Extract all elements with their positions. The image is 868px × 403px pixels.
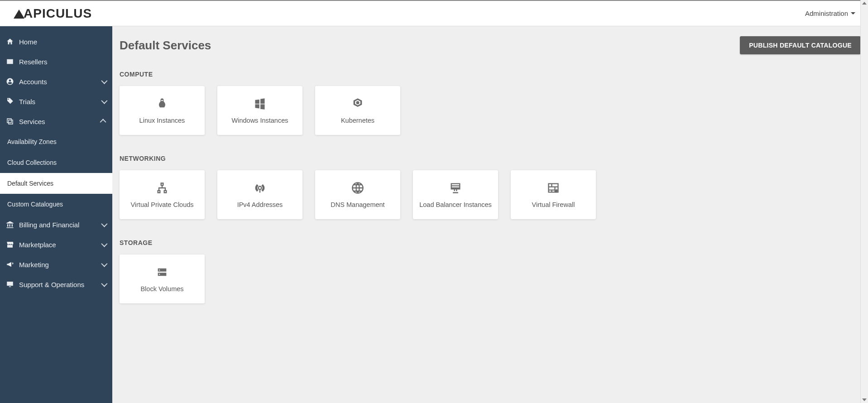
scrollbar[interactable] bbox=[860, 0, 868, 403]
section-label-compute: COMPUTE bbox=[120, 71, 861, 78]
load-balancer-icon bbox=[449, 181, 462, 195]
section-label-networking: NETWORKING bbox=[120, 155, 861, 162]
sidebar-item-label: Resellers bbox=[19, 58, 48, 66]
publish-default-catalogue-button[interactable]: PUBLISH DEFAULT CATALOGUE bbox=[740, 36, 861, 54]
sidebar-item-label: Marketplace bbox=[19, 241, 56, 249]
home-icon bbox=[5, 37, 14, 46]
user-circle-icon bbox=[5, 77, 14, 86]
sidebar-item-billing[interactable]: Billing and Financial bbox=[0, 215, 112, 235]
card-label: Virtual Firewall bbox=[532, 201, 575, 208]
card-label: DNS Management bbox=[331, 201, 384, 208]
layers-icon bbox=[5, 117, 14, 126]
chevron-down-icon bbox=[101, 221, 107, 227]
administration-menu[interactable]: Administration bbox=[805, 10, 855, 17]
card-label: Load Balancer Instances bbox=[419, 201, 492, 208]
sidebar-item-label: Accounts bbox=[19, 78, 47, 86]
sidebar-item-marketplace[interactable]: Marketplace bbox=[0, 235, 112, 254]
sidebar-item-label: Marketing bbox=[19, 261, 49, 269]
sidebar-item-label: Services bbox=[19, 118, 45, 125]
card-windows-instances[interactable]: Windows Instances bbox=[217, 86, 302, 135]
sidebar: Home Resellers Accounts Trials bbox=[0, 26, 112, 403]
chevron-down-icon bbox=[101, 78, 107, 84]
sidebar-item-home[interactable]: Home bbox=[0, 32, 112, 52]
sidebar-item-label: Availability Zones bbox=[7, 138, 57, 145]
broadcast-icon bbox=[253, 181, 267, 195]
card-block-volumes[interactable]: Block Volumes bbox=[120, 254, 205, 303]
section-label-storage: STORAGE bbox=[120, 239, 861, 246]
card-virtual-firewall[interactable]: Virtual Firewall bbox=[511, 170, 596, 219]
linux-icon bbox=[155, 97, 169, 110]
sidebar-item-availability-zones[interactable]: Availability Zones bbox=[0, 131, 112, 152]
card-load-balancer[interactable]: Load Balancer Instances bbox=[413, 170, 498, 219]
svg-point-1 bbox=[159, 274, 160, 275]
chevron-down-icon bbox=[101, 241, 107, 247]
sidebar-item-label: Trials bbox=[19, 98, 35, 106]
bank-icon bbox=[5, 220, 14, 229]
sidebar-item-marketing[interactable]: Marketing bbox=[0, 254, 112, 274]
card-label: Virtual Private Clouds bbox=[130, 201, 193, 208]
brand-text: APICULUS bbox=[24, 6, 92, 21]
sidebar-item-support[interactable]: Support & Operations bbox=[0, 274, 112, 294]
firewall-icon bbox=[547, 181, 560, 195]
card-label: Block Volumes bbox=[140, 285, 183, 293]
card-label: IPv4 Addresses bbox=[237, 201, 283, 208]
network-icon bbox=[155, 181, 169, 195]
sidebar-item-label: Billing and Financial bbox=[19, 221, 79, 229]
chevron-down-icon bbox=[101, 261, 107, 267]
kubernetes-icon bbox=[351, 97, 364, 110]
main-content: Default Services PUBLISH DEFAULT CATALOG… bbox=[112, 26, 868, 403]
sidebar-item-resellers[interactable]: Resellers bbox=[0, 52, 112, 72]
networking-cards: Virtual Private Clouds IPv4 Addresses DN… bbox=[120, 170, 861, 219]
sidebar-item-accounts[interactable]: Accounts bbox=[0, 72, 112, 91]
card-label: Kubernetes bbox=[341, 117, 374, 124]
sidebar-item-trials[interactable]: Trials bbox=[0, 91, 112, 111]
topbar: APICULUS Administration bbox=[0, 0, 868, 26]
card-vpc[interactable]: Virtual Private Clouds bbox=[120, 170, 205, 219]
monitor-icon bbox=[5, 280, 14, 289]
chevron-down-icon bbox=[101, 98, 107, 104]
id-card-icon bbox=[5, 57, 14, 66]
compute-cards: Linux Instances Windows Instances Kubern… bbox=[120, 86, 861, 135]
card-dns[interactable]: DNS Management bbox=[315, 170, 400, 219]
sidebar-item-cloud-collections[interactable]: Cloud Collections bbox=[0, 152, 112, 173]
card-linux-instances[interactable]: Linux Instances bbox=[120, 86, 205, 135]
storage-icon bbox=[155, 265, 169, 279]
megaphone-icon bbox=[5, 260, 14, 269]
store-icon bbox=[5, 240, 14, 249]
chevron-down-icon bbox=[851, 12, 855, 14]
sidebar-item-label: Custom Catalogues bbox=[7, 201, 63, 208]
windows-icon bbox=[253, 97, 267, 110]
administration-label: Administration bbox=[805, 10, 848, 17]
brand-logo: APICULUS bbox=[14, 6, 92, 21]
sidebar-item-label: Home bbox=[19, 38, 37, 46]
card-kubernetes[interactable]: Kubernetes bbox=[315, 86, 400, 135]
storage-cards: Block Volumes bbox=[120, 254, 861, 303]
sidebar-item-label: Default Services bbox=[7, 180, 53, 187]
globe-icon bbox=[351, 181, 364, 195]
svg-point-0 bbox=[159, 269, 160, 270]
sidebar-item-label: Cloud Collections bbox=[7, 159, 57, 166]
card-ipv4[interactable]: IPv4 Addresses bbox=[217, 170, 302, 219]
sidebar-item-services[interactable]: Services bbox=[0, 111, 112, 131]
scroll-up-icon bbox=[862, 2, 867, 5]
scroll-down-icon bbox=[862, 398, 867, 401]
tag-icon bbox=[5, 97, 14, 106]
sidebar-item-default-services[interactable]: Default Services bbox=[0, 173, 112, 194]
page-title: Default Services bbox=[120, 38, 211, 53]
chevron-up-icon bbox=[100, 119, 106, 125]
card-label: Linux Instances bbox=[139, 117, 185, 124]
page-header: Default Services PUBLISH DEFAULT CATALOG… bbox=[120, 36, 861, 54]
sidebar-item-label: Support & Operations bbox=[19, 281, 84, 288]
brand-mark-icon bbox=[14, 10, 24, 19]
sidebar-item-custom-catalogues[interactable]: Custom Catalogues bbox=[0, 194, 112, 215]
card-label: Windows Instances bbox=[232, 117, 288, 124]
chevron-down-icon bbox=[101, 281, 107, 287]
